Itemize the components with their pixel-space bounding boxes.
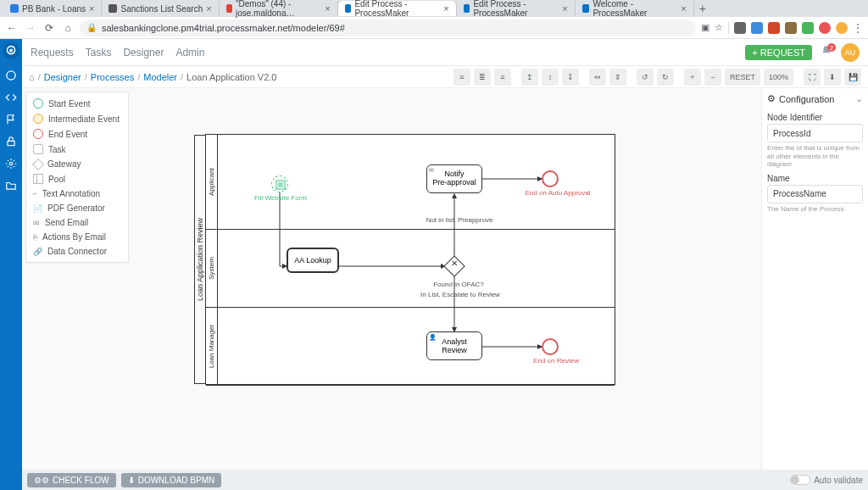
app-logo[interactable]: ⦿ [3, 42, 19, 59]
redo-button[interactable]: ↻ [657, 69, 674, 86]
extension-icon[interactable] [785, 22, 797, 34]
user-icon: 👤 [429, 334, 437, 341]
folder-icon[interactable] [5, 180, 17, 192]
palette-pdf-generator[interactable]: 📄PDF Generator [26, 201, 128, 215]
palette-actions-by-email[interactable]: ⎘Actions By Email [26, 230, 128, 244]
check-flow-button[interactable]: ⚙⚙CHECK FLOW [27, 473, 116, 487]
zoom-level[interactable]: 100% [764, 69, 793, 86]
extension-icon[interactable] [768, 22, 780, 34]
code-icon[interactable] [5, 92, 17, 103]
start-event-node[interactable] [271, 175, 288, 192]
reset-zoom-button[interactable]: RESET [725, 69, 760, 86]
new-tab-button[interactable]: + [694, 2, 711, 15]
align-left-icon[interactable]: ≡ [453, 69, 470, 86]
notifications-button[interactable]: 2 [821, 45, 832, 59]
palette-task[interactable]: Task [26, 142, 128, 157]
browser-tab-active[interactable]: Edit Process - ProcessMaker× [338, 1, 457, 16]
browser-menu-icon[interactable]: ⋮ [853, 22, 863, 34]
home-button[interactable]: ⌂ [61, 22, 75, 34]
node-name-label: Name [767, 174, 863, 183]
close-icon[interactable]: × [443, 3, 448, 14]
task-analyst-review[interactable]: 👤 Analyst Review [426, 331, 482, 360]
bottom-bar: ⚙⚙CHECK FLOW ⬇DOWNLOAD BPMN Auto validat… [22, 470, 868, 490]
align-center-icon[interactable]: ≣ [474, 69, 491, 86]
download-icon[interactable]: ⬇ [824, 69, 841, 86]
gear-icon: ⚙ [767, 93, 776, 104]
bpmn-pool[interactable]: Loan Application Review Applicant System… [205, 134, 615, 385]
palette-gateway[interactable]: Gateway [26, 157, 128, 171]
browser-tab[interactable]: Sanctions List Search× [102, 1, 219, 16]
nav-tasks[interactable]: Tasks [86, 47, 112, 58]
align-middle-icon[interactable]: ↕ [542, 69, 559, 86]
extension-icon[interactable] [734, 22, 746, 34]
node-name-input[interactable] [767, 185, 863, 203]
bpmn-canvas[interactable]: Loan Application Review Applicant System… [134, 92, 758, 465]
align-top-icon[interactable]: ↥ [521, 69, 538, 86]
download-icon: ⬇ [128, 476, 135, 485]
close-icon[interactable]: × [562, 3, 567, 14]
close-icon[interactable]: × [89, 3, 94, 14]
close-icon[interactable]: × [206, 3, 211, 14]
zoom-in-button[interactable]: + [684, 69, 701, 86]
extension-icon[interactable] [819, 22, 831, 34]
download-bpmn-button[interactable]: ⬇DOWNLOAD BPMN [121, 473, 222, 487]
avatar[interactable]: AU [841, 43, 860, 62]
breadcrumb-processes[interactable]: Processes [91, 72, 134, 82]
palette-data-connector[interactable]: 🔗Data Connector [26, 244, 128, 259]
nav-requests[interactable]: Requests [31, 47, 74, 58]
palette-send-email[interactable]: ✉Send Email [26, 215, 128, 230]
extension-icon[interactable] [751, 22, 763, 34]
chevron-down-icon[interactable]: ⌄ [855, 93, 863, 104]
request-button[interactable]: + REQUEST [745, 45, 812, 60]
task-notify[interactable]: ✉ Notify Pre-approval [426, 164, 482, 193]
browser-tab[interactable]: "Demos" (44) - jose.maldona…× [220, 1, 338, 16]
breadcrumb-designer[interactable]: Designer [44, 72, 81, 82]
reload-button[interactable]: ⟳ [42, 22, 56, 34]
close-icon[interactable]: × [681, 3, 686, 14]
back-button[interactable]: ← [5, 22, 19, 34]
compass-icon[interactable] [5, 70, 17, 81]
url-input[interactable]: 🔒 salesbankingclone.pm4trial.processmake… [80, 19, 696, 36]
qr-icon[interactable]: ▣ [701, 22, 709, 33]
distribute-h-icon[interactable]: ⇔ [589, 69, 606, 86]
palette-end-event[interactable]: End Event [26, 126, 128, 142]
palette-text-annotation[interactable]: ⌐Text Annotation [26, 187, 128, 201]
fullscreen-icon[interactable]: ⛶ [804, 69, 821, 86]
element-palette: Start Event Intermediate Event End Event… [25, 92, 129, 263]
flag-icon[interactable] [5, 114, 17, 125]
undo-button[interactable]: ↺ [637, 69, 654, 86]
align-bottom-icon[interactable]: ↧ [562, 69, 579, 86]
end-review-label: End on Review [526, 357, 586, 365]
align-right-icon[interactable]: ≡ [494, 69, 511, 86]
lock-icon[interactable] [5, 136, 17, 148]
nav-designer[interactable]: Designer [123, 47, 164, 58]
breadcrumb-modeler[interactable]: Modeler [143, 72, 177, 82]
extension-icon[interactable] [836, 22, 848, 34]
nav-admin[interactable]: Admin [175, 47, 204, 58]
browser-tab[interactable]: PB Bank - Loans× [3, 1, 102, 16]
home-icon[interactable]: ⌂ [29, 72, 35, 82]
auto-validate-toggle[interactable] [790, 475, 810, 485]
browser-tab[interactable]: Welcome - ProcessMaker× [576, 1, 694, 16]
save-icon[interactable]: 💾 [844, 69, 861, 86]
node-id-input[interactable] [767, 124, 863, 142]
gateway-no-label: Not in list, Preapprove [413, 216, 506, 224]
distribute-v-icon[interactable]: ⇕ [609, 69, 626, 86]
zoom-out-button[interactable]: − [704, 69, 721, 86]
end-event-auto[interactable] [542, 170, 559, 187]
extension-icon[interactable] [802, 22, 814, 34]
end-event-review[interactable] [542, 338, 559, 355]
task-aa-lookup[interactable]: AA Lookup [287, 248, 339, 273]
end-auto-label: End on Auto Approval [520, 189, 596, 197]
palette-start-event[interactable]: Start Event [26, 96, 128, 111]
palette-pool[interactable]: Pool [26, 171, 128, 187]
forward-button[interactable]: → [24, 22, 37, 34]
close-icon[interactable]: × [325, 3, 330, 14]
browser-tab[interactable]: Edit Process - ProcessMaker× [457, 1, 576, 16]
svg-rect-1 [8, 141, 14, 145]
svg-point-0 [7, 71, 16, 81]
star-icon[interactable]: ☆ [715, 22, 723, 33]
palette-intermediate-event[interactable]: Intermediate Event [26, 111, 128, 126]
gear-icon[interactable] [5, 158, 17, 170]
node-name-help: The Name of the Process [767, 205, 863, 214]
